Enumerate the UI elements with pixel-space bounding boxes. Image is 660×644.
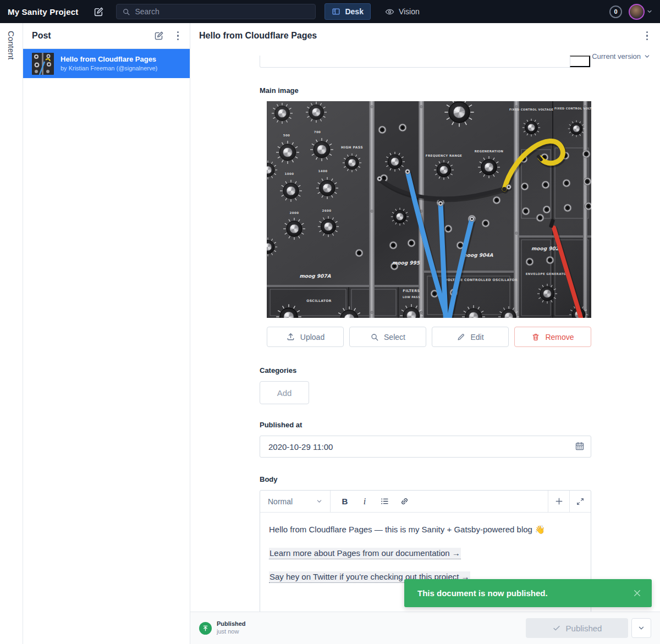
post-list-panel: Post Hello from Cloudflare Pages by Kris… [23,23,190,644]
chevron-down-icon[interactable] [647,9,652,14]
publish-status: Published just now [217,620,246,636]
upload-label: Upload [300,333,324,342]
add-category-button[interactable]: Add [260,381,309,404]
slug-generate-button[interactable] [570,56,590,67]
text-style-value: Normal [268,497,293,506]
document-panel: Hello from Cloudflare Pages Current vers… [190,23,660,612]
expand-icon [576,497,585,506]
publish-button[interactable]: Published [526,618,628,638]
published-at-field [260,436,591,458]
check-icon [552,624,561,632]
bullet-list-icon [380,497,389,506]
document-footer: Published just now Published [190,612,660,644]
chevron-down-icon [638,625,645,631]
post-item-subtitle: by Kristian Freeman (@signalnerve) [61,64,157,73]
remove-button[interactable]: Remove [514,327,591,347]
topbar: My Sanity Project Desk Vision 0 [0,0,660,23]
post-panel-title: Post [32,31,143,41]
plus-icon [554,497,564,506]
document-menu-button[interactable] [644,29,651,43]
format-buttons: B i [331,491,414,512]
tab-vision-label: Vision [399,7,420,16]
publish-status-time: just now [217,628,246,636]
post-thumbnail [32,53,54,75]
chevron-down-icon [644,53,650,59]
document-form: Main image [260,86,591,612]
tab-desk[interactable]: Desk [324,3,370,20]
toast-close-button[interactable] [632,588,642,598]
documentation-link[interactable]: Learn more about Pages from our document… [269,548,461,559]
post-item-title: Hello from Cloudflare Pages [61,54,157,64]
content-rail-tab[interactable]: Content [7,31,16,60]
bold-icon: B [342,497,348,506]
select-button[interactable]: Select [349,327,426,347]
select-label: Select [384,333,405,342]
categories-label: Categories [260,366,591,375]
status-badge[interactable]: 0 [609,5,622,18]
compose-icon [94,7,104,17]
search-icon [370,333,379,342]
trash-icon [531,333,540,342]
publish-status-icon [199,622,212,635]
published-at-input[interactable] [260,436,591,458]
body-label: Body [260,475,591,483]
bold-button[interactable]: B [335,491,355,512]
eye-icon [385,7,394,16]
synthesizer-photo: 500700HIGH PASS1000140020002600FREQUENCY… [267,101,591,318]
expand-editor-button[interactable] [569,491,591,512]
tab-vision[interactable]: Vision [378,3,426,20]
published-at-label: Published at [260,421,591,429]
body-paragraph[interactable]: Hello from Cloudflare Pages — this is my… [269,524,582,536]
publish-menu-button[interactable] [631,618,651,638]
edit-button[interactable]: Edit [432,327,509,347]
search-icon [122,8,130,16]
post-panel-menu-button[interactable] [175,29,182,43]
close-icon [632,588,642,598]
remove-label: Remove [545,333,574,342]
editor-toolbar-right [548,491,591,512]
link-icon [400,497,409,506]
publish-button-label: Published [566,624,602,633]
new-document-button[interactable] [94,7,104,17]
project-title: My Sanity Project [8,7,78,16]
insert-block-button[interactable] [548,491,569,512]
arrow-up-to-line-icon [202,625,209,632]
main-image-label: Main image [260,86,591,95]
search-input[interactable] [135,7,310,16]
create-post-button[interactable] [154,31,164,41]
post-list-item-selected[interactable]: Hello from Cloudflare Pages by Kristian … [23,49,190,78]
content-rail: Content [0,23,23,644]
document-header: Hello from Cloudflare Pages [190,23,660,48]
image-actions: Upload Select Edit Remove [267,327,591,347]
tab-desk-label: Desk [345,7,363,16]
italic-button[interactable]: i [355,491,375,512]
badge-count: 0 [614,8,617,15]
editor-toolbar: Normal B i [260,491,591,513]
toast-message: This document is now published. [417,588,632,598]
bullet-list-button[interactable] [375,491,394,512]
body-link-row: Learn more about Pages from our document… [269,547,582,559]
text-style-select[interactable]: Normal [260,491,331,512]
document-title: Hello from Cloudflare Pages [199,31,644,41]
pencil-icon [457,333,465,342]
success-toast: This document is now published. [404,579,652,607]
compose-icon [154,31,164,41]
post-panel-header: Post [23,23,190,49]
search-bar[interactable] [116,4,316,19]
user-avatar[interactable] [629,4,645,20]
calendar-icon[interactable] [575,441,585,451]
publish-status-title: Published [217,620,246,628]
slug-field-clipped[interactable] [260,56,591,68]
desk-icon [332,7,340,16]
main-image[interactable]: 500700HIGH PASS1000140020002600FREQUENCY… [267,101,591,318]
upload-icon [286,332,295,342]
version-label: Current version [592,52,641,60]
chevron-down-icon [316,498,322,504]
sanity-studio-app: My Sanity Project Desk Vision 0 Content … [0,0,660,644]
italic-icon: i [364,497,366,507]
edit-label: Edit [470,333,483,342]
upload-button[interactable]: Upload [267,327,344,347]
link-button[interactable] [394,491,414,512]
